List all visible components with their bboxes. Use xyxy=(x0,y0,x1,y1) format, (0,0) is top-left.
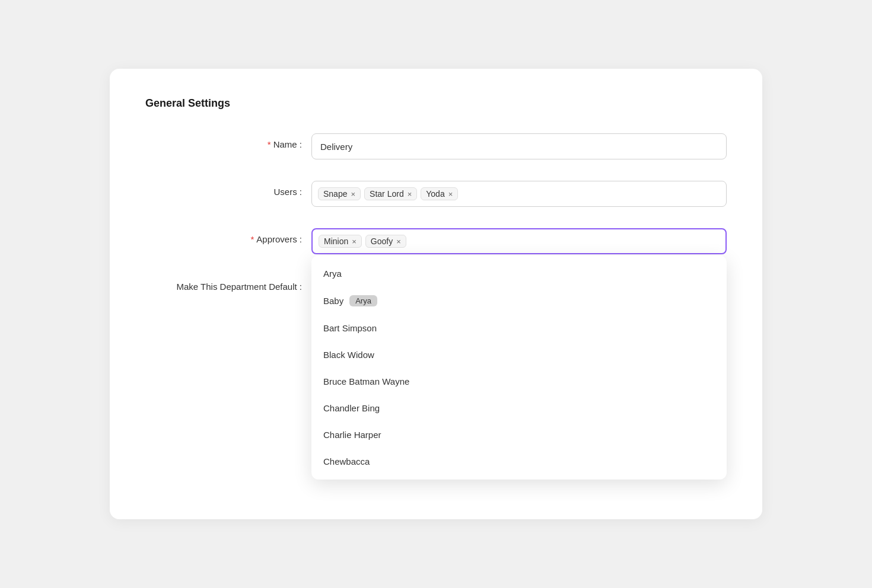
tag-goofy-close[interactable]: × xyxy=(396,238,401,245)
dropdown-item-chandler-label: Chandler Bing xyxy=(323,403,380,413)
tag-yoda: Yoda × xyxy=(421,187,458,200)
tag-yoda-label: Yoda xyxy=(426,189,444,199)
tag-goofy-label: Goofy xyxy=(371,237,393,246)
dropdown-item-arya[interactable]: Arya xyxy=(311,260,727,287)
dropdown-item-arya-label: Arya xyxy=(323,269,342,279)
dropdown-item-chandler[interactable]: Chandler Bing xyxy=(311,395,727,421)
dropdown-item-baby-tooltip: Arya xyxy=(349,295,377,306)
approvers-required-star: * xyxy=(250,234,254,244)
approvers-dropdown-wrapper: Minion × Goofy × Arya Baby Arya Bart Sim… xyxy=(311,228,727,254)
tag-starlord: Star Lord × xyxy=(364,187,417,200)
approvers-row: * Approvers : Minion × Goofy × Arya Baby xyxy=(145,228,727,254)
dropdown-item-brucewayne[interactable]: Bruce Batman Wayne xyxy=(311,368,727,395)
users-tags-field[interactable]: Snape × Star Lord × Yoda × xyxy=(311,181,727,207)
approvers-tags-field[interactable]: Minion × Goofy × xyxy=(311,228,727,254)
default-label: Make This Department Default : xyxy=(145,276,311,292)
tag-goofy: Goofy × xyxy=(365,235,406,248)
approvers-label: * Approvers : xyxy=(145,228,311,244)
dropdown-item-chewbacca-label: Chewbacca xyxy=(323,456,370,466)
dropdown-item-bart-label: Bart Simpson xyxy=(323,323,377,333)
approvers-label-text: Approvers : xyxy=(256,234,302,244)
tag-starlord-close[interactable]: × xyxy=(408,190,412,198)
tag-snape: Snape × xyxy=(318,187,361,200)
name-label-text: Name : xyxy=(273,139,302,149)
default-label-text: Make This Department Default : xyxy=(177,282,302,292)
name-input[interactable] xyxy=(311,133,727,159)
name-row: * Name : xyxy=(145,133,727,159)
tag-yoda-close[interactable]: × xyxy=(448,190,453,198)
tag-snape-close[interactable]: × xyxy=(351,190,355,198)
dropdown-item-bart[interactable]: Bart Simpson xyxy=(311,315,727,341)
name-label: * Name : xyxy=(145,133,311,149)
dropdown-item-baby[interactable]: Baby Arya xyxy=(311,287,727,315)
tag-minion-close[interactable]: × xyxy=(352,238,357,245)
dropdown-item-blackwidow[interactable]: Black Widow xyxy=(311,341,727,368)
dropdown-item-brucewayne-label: Bruce Batman Wayne xyxy=(323,376,409,386)
users-label-text: Users : xyxy=(273,187,302,197)
dropdown-item-baby-label: Baby xyxy=(323,296,343,306)
users-label: Users : xyxy=(145,181,311,197)
section-title: General Settings xyxy=(145,97,727,110)
dropdown-item-charlie[interactable]: Charlie Harper xyxy=(311,421,727,448)
tag-minion: Minion × xyxy=(319,235,362,248)
tag-starlord-label: Star Lord xyxy=(370,189,404,199)
dropdown-item-blackwidow-label: Black Widow xyxy=(323,350,374,360)
users-row: Users : Snape × Star Lord × Yoda × xyxy=(145,181,727,207)
settings-card: General Settings * Name : Users : Snape … xyxy=(110,69,762,519)
tag-snape-label: Snape xyxy=(323,189,347,199)
dropdown-item-chewbacca[interactable]: Chewbacca xyxy=(311,448,727,475)
approvers-dropdown-menu: Arya Baby Arya Bart Simpson Black Widow … xyxy=(311,255,727,480)
dropdown-item-charlie-label: Charlie Harper xyxy=(323,430,381,440)
tag-minion-label: Minion xyxy=(324,237,348,246)
name-required-star: * xyxy=(268,139,271,149)
